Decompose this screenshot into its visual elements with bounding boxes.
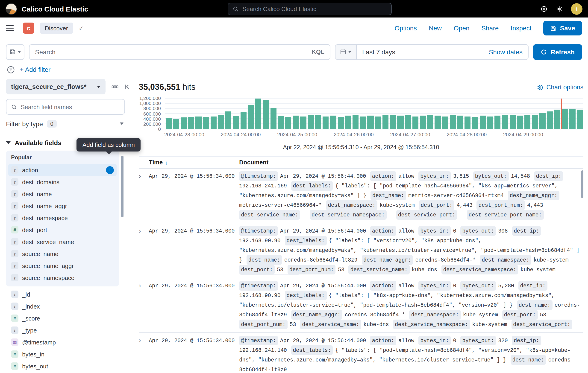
search-input[interactable] xyxy=(35,48,307,55)
histogram-bar[interactable] xyxy=(494,116,500,129)
histogram-bar[interactable] xyxy=(547,111,553,129)
breadcrumb[interactable]: Discover xyxy=(40,22,73,34)
histogram-bar[interactable] xyxy=(465,116,471,129)
histogram-bar[interactable] xyxy=(188,117,194,129)
asterisk-icon[interactable] xyxy=(556,5,563,12)
histogram-bar[interactable] xyxy=(270,108,276,129)
save-button[interactable]: Save xyxy=(544,21,582,35)
histogram-bar[interactable] xyxy=(525,115,530,129)
field-search[interactable] xyxy=(6,99,125,115)
ring-icon[interactable] xyxy=(541,5,547,12)
histogram-bar[interactable] xyxy=(457,116,463,129)
expand-row-button[interactable]: › xyxy=(139,281,149,330)
histogram-bar[interactable] xyxy=(368,116,374,129)
histogram-bar[interactable] xyxy=(315,115,321,129)
field-item-@timestamp[interactable]: ▦@timestamp xyxy=(8,336,116,348)
field-search-input[interactable] xyxy=(21,103,120,110)
histogram-bar[interactable] xyxy=(532,115,538,129)
field-item-source_namespace[interactable]: tsource_namespace xyxy=(8,272,116,284)
menu-link-options[interactable]: Options xyxy=(395,24,417,32)
histogram-bar[interactable] xyxy=(210,116,217,129)
histogram-bar[interactable] xyxy=(442,116,448,129)
histogram-bar[interactable] xyxy=(308,115,314,129)
histogram-bar[interactable] xyxy=(203,117,209,129)
histogram-bar[interactable] xyxy=(255,99,261,129)
histogram-bar[interactable] xyxy=(226,111,231,129)
menu-link-inspect[interactable]: Inspect xyxy=(511,24,531,32)
refresh-button[interactable]: Refresh xyxy=(533,44,582,60)
field-item-bytes_in[interactable]: #bytes_in xyxy=(8,348,116,360)
histogram-bar[interactable] xyxy=(487,116,493,129)
histogram-bar[interactable] xyxy=(562,109,568,129)
histogram-bar[interactable] xyxy=(517,116,523,129)
collapse-sidebar-icon[interactable] xyxy=(124,83,131,90)
histogram-bar[interactable] xyxy=(382,115,388,129)
histogram-bar[interactable] xyxy=(293,116,299,129)
global-search[interactable] xyxy=(228,3,392,15)
histogram-bar[interactable] xyxy=(345,116,351,129)
histogram-bar[interactable] xyxy=(577,110,583,129)
kql-search-bar[interactable]: KQL xyxy=(29,44,330,60)
show-dates-link[interactable]: Show dates xyxy=(489,48,528,55)
sidebar-scrollbar[interactable] xyxy=(121,156,124,217)
histogram-bar[interactable] xyxy=(412,116,418,129)
histogram-bar[interactable] xyxy=(420,116,426,129)
layout-boxes-icon[interactable] xyxy=(112,83,118,90)
field-item-dest_ip[interactable]: IPdest_ip xyxy=(8,372,116,373)
saved-query-menu-button[interactable] xyxy=(6,44,24,60)
histogram-bar[interactable] xyxy=(233,116,239,129)
histogram-bar[interactable] xyxy=(450,115,456,129)
field-item-dest_namespace[interactable]: tdest_namespace xyxy=(8,212,116,224)
histogram-bar[interactable] xyxy=(248,105,254,129)
app-badge[interactable]: c xyxy=(23,22,34,34)
histogram-bar[interactable] xyxy=(390,115,396,129)
histogram-bar[interactable] xyxy=(300,117,306,129)
field-item-_score[interactable]: #_score xyxy=(8,312,116,324)
histogram-bar[interactable] xyxy=(353,115,358,129)
global-search-input[interactable] xyxy=(242,6,387,12)
filter-icon[interactable] xyxy=(7,66,15,73)
histogram-bar[interactable] xyxy=(502,115,508,129)
field-item-_index[interactable]: t_index xyxy=(8,300,116,312)
histogram-bar[interactable] xyxy=(263,100,269,129)
expand-row-button[interactable]: › xyxy=(139,171,149,220)
field-item-dest_name[interactable]: tdest_name xyxy=(8,188,116,200)
histogram-bar[interactable] xyxy=(173,119,179,129)
histogram-bar[interactable] xyxy=(278,116,284,129)
histogram-bar[interactable] xyxy=(405,115,411,129)
menu-link-new[interactable]: New xyxy=(429,24,442,32)
histogram-bar[interactable] xyxy=(323,116,329,129)
field-item-dest_service_name[interactable]: tdest_service_name xyxy=(8,236,116,248)
field-item-_id[interactable]: t_id xyxy=(8,288,116,300)
field-item-_type[interactable]: t_type xyxy=(8,324,116,336)
add-field-button[interactable]: + xyxy=(106,166,114,174)
histogram-bar[interactable] xyxy=(240,112,246,129)
expand-row-button[interactable]: › xyxy=(139,336,149,373)
histogram-bar[interactable] xyxy=(196,117,202,129)
histogram-bar[interactable] xyxy=(375,116,381,129)
field-item-action[interactable]: taction+ xyxy=(8,164,116,176)
histogram-bar[interactable] xyxy=(398,116,403,129)
time-range-value[interactable]: Last 7 days xyxy=(357,48,395,55)
histogram-bar[interactable] xyxy=(472,117,478,129)
histogram-bar[interactable] xyxy=(569,109,575,129)
menu-icon[interactable] xyxy=(6,25,14,31)
histogram-bar[interactable] xyxy=(360,116,366,129)
menu-link-open[interactable]: Open xyxy=(454,24,470,32)
histogram-bar[interactable] xyxy=(330,116,336,129)
time-column-header[interactable]: Time ↓ xyxy=(149,159,239,166)
index-pattern-switcher[interactable]: tigera_secure_ee_flows* xyxy=(6,79,105,94)
field-item-dest_name_aggr[interactable]: tdest_name_aggr xyxy=(8,200,116,212)
expand-row-button[interactable]: › xyxy=(139,226,149,275)
field-item-dest_domains[interactable]: tdest_domains xyxy=(8,176,116,188)
histogram-plot[interactable] xyxy=(165,99,583,129)
menu-link-share[interactable]: Share xyxy=(482,24,499,32)
histogram-bar[interactable] xyxy=(480,116,485,129)
field-item-dest_port[interactable]: #dest_port xyxy=(8,224,116,236)
histogram-bar[interactable] xyxy=(285,117,291,129)
field-item-bytes_out[interactable]: #bytes_out xyxy=(8,360,116,372)
kql-toggle[interactable]: KQL xyxy=(312,48,325,55)
histogram-bar[interactable] xyxy=(509,115,515,129)
histogram-bar[interactable] xyxy=(427,115,433,129)
field-item-source_name[interactable]: tsource_name xyxy=(8,248,116,260)
